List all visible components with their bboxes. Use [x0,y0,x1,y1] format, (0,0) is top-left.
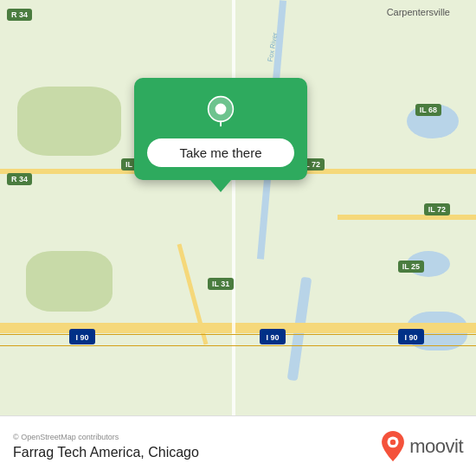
map-background [0,0,476,415]
green-area [17,87,121,156]
svg-text:I 90: I 90 [404,333,417,342]
i90-badge-mid: I 90 [260,329,286,348]
take-me-there-button[interactable]: Take me there [147,138,294,167]
r34-shield-mid: R 34 [7,173,32,185]
map-popup: Take me there [134,78,307,192]
il25-shield: IL 25 [398,261,424,273]
il72-road-right [338,215,476,220]
svg-text:I 90: I 90 [266,333,279,342]
popup-arrow [210,180,231,192]
map-view[interactable]: Fox River Carpentersville R 34 R 34 IL 7… [0,0,476,415]
i90-badge-right: I 90 [398,329,424,348]
moovit-pin-icon [381,431,405,461]
location-pin-icon [203,95,238,130]
il31-shield: IL 31 [208,278,234,290]
r34-shield-top: R 34 [7,9,32,21]
carpentersville-label: Carpentersville [387,7,450,17]
il72-shield-right: IL 72 [424,203,450,215]
moovit-logo: moovit [381,431,463,461]
bottom-bar: © OpenStreetMap contributors Farrag Tech… [0,415,476,476]
svg-point-9 [390,440,396,445]
location-info: © OpenStreetMap contributors Farrag Tech… [13,433,199,460]
svg-point-7 [215,104,227,115]
il68-shield: IL 68 [415,104,441,116]
green-area-2 [26,251,113,312]
center-vert-road [232,0,235,415]
attribution-text: © OpenStreetMap contributors [13,433,199,441]
location-name: Farrag Tech America, Chicago [13,445,199,460]
i90-badge-left: I 90 [69,329,95,348]
svg-text:I 90: I 90 [75,333,88,342]
moovit-text: moovit [409,435,463,458]
popup-box: Take me there [134,78,307,180]
